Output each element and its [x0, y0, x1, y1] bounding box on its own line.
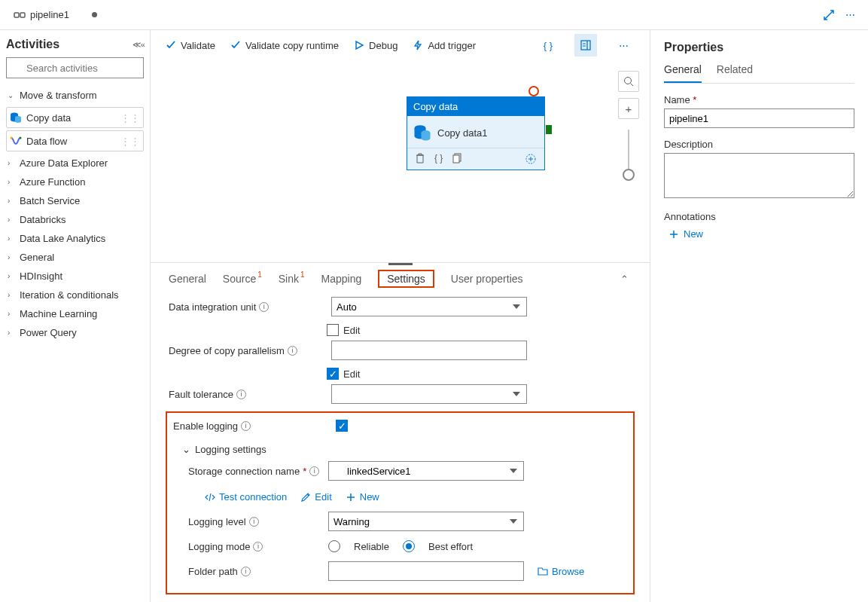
zoom-fit-button[interactable] [618, 71, 639, 92]
svg-rect-1 [20, 13, 25, 17]
fault-tolerance-select[interactable] [331, 384, 527, 404]
tab-user-properties[interactable]: User properties [451, 265, 523, 292]
group-power-query[interactable]: ›Power Query [6, 323, 144, 342]
unsaved-dot-icon [92, 12, 97, 17]
more-actions-button[interactable]: ⋯ [612, 34, 635, 57]
pipeline-tab-label: pipeline1 [30, 9, 69, 20]
chevron-right-icon: › [8, 310, 15, 318]
chevron-down-icon: ⌄ [8, 91, 15, 99]
logging-settings-toggle[interactable]: ⌄ Logging settings [167, 436, 633, 457]
tab-mapping[interactable]: Mapping [321, 265, 362, 292]
zoom-slider[interactable] [628, 130, 629, 175]
tab-source[interactable]: Source1 [223, 265, 262, 292]
validate-button[interactable]: Validate [166, 40, 215, 51]
more-icon[interactable]: ⋯ [839, 5, 860, 26]
check-icon [230, 40, 241, 50]
data-flow-icon [10, 135, 22, 147]
info-icon[interactable]: i [236, 390, 246, 399]
plus-icon [669, 229, 679, 240]
chevron-right-icon: › [8, 234, 15, 243]
group-databricks[interactable]: ›Databricks [6, 210, 144, 229]
plus-icon [346, 492, 356, 503]
folder-path-input[interactable] [328, 561, 524, 581]
copy-data-icon [413, 124, 431, 142]
folder-icon [538, 566, 548, 576]
copy-data-node[interactable]: Copy data Copy data1 { } [407, 96, 545, 170]
collapse-detail-icon[interactable]: ⌃ [620, 273, 632, 285]
pipeline-description-input[interactable] [664, 153, 854, 198]
play-icon [354, 40, 364, 50]
properties-toggle-button[interactable] [574, 34, 597, 57]
tab-sink[interactable]: Sink1 [279, 265, 305, 292]
group-machine-learning[interactable]: ›Machine Learning [6, 304, 144, 323]
diu-edit-checkbox[interactable] [327, 324, 339, 336]
diu-select[interactable]: Auto [331, 297, 527, 316]
logging-mode-best-effort-radio[interactable] [403, 540, 415, 552]
group-data-lake-analytics[interactable]: ›Data Lake Analytics [6, 229, 144, 248]
group-general[interactable]: ›General [6, 248, 144, 267]
new-annotation-button[interactable]: New [664, 225, 854, 243]
group-azure-function[interactable]: ›Azure Function [6, 173, 144, 191]
chevron-right-icon: › [8, 197, 15, 205]
validate-runtime-button[interactable]: Validate copy runtime [230, 40, 339, 51]
chevron-right-icon: › [8, 253, 15, 261]
edit-connection-button[interactable]: Edit [300, 491, 331, 503]
activities-title: Activities [6, 38, 59, 51]
edit-icon [300, 492, 311, 503]
expand-icon[interactable] [818, 5, 839, 26]
info-icon[interactable]: i [253, 542, 263, 552]
lightning-icon [413, 40, 423, 50]
dop-input[interactable] [331, 341, 527, 360]
logging-level-select[interactable]: Warning [328, 512, 524, 531]
storage-connection-select[interactable]: linkedService1 [328, 461, 524, 481]
logging-mode-reliable-radio[interactable] [328, 540, 340, 552]
copy-icon[interactable] [452, 153, 462, 163]
collapse-sidebar-icon[interactable]: ≪ « [132, 40, 144, 50]
pipeline-name-input[interactable] [664, 108, 854, 128]
add-action-icon[interactable] [525, 153, 537, 165]
group-hdinsight[interactable]: ›HDInsight [6, 267, 144, 286]
info-icon[interactable]: i [241, 421, 251, 431]
svg-rect-15 [453, 155, 459, 163]
group-iteration-conditionals[interactable]: ›Iteration & conditionals [6, 286, 144, 304]
info-icon[interactable]: i [249, 517, 259, 527]
debug-button[interactable]: Debug [354, 40, 397, 51]
activity-copy-data[interactable]: Copy data ⋮⋮ [6, 107, 144, 128]
node-title: Copy data1 [437, 127, 488, 139]
add-trigger-button[interactable]: Add trigger [413, 40, 476, 51]
info-icon[interactable]: i [259, 302, 269, 312]
group-azure-data-explorer[interactable]: ›Azure Data Explorer [6, 154, 144, 173]
node-output-port[interactable] [546, 125, 552, 134]
group-batch-service[interactable]: ›Batch Service [6, 191, 144, 210]
new-connection-button[interactable]: New [346, 491, 379, 503]
test-connection-button[interactable]: Test connection [205, 491, 287, 503]
info-icon[interactable]: i [309, 466, 319, 476]
delete-icon[interactable] [415, 153, 425, 163]
json-code-button[interactable]: { } [537, 34, 559, 57]
enable-logging-checkbox[interactable]: ✓ [336, 420, 348, 432]
activities-search-input[interactable] [6, 57, 144, 78]
browse-button[interactable]: Browse [538, 566, 584, 577]
info-icon[interactable]: i [241, 567, 251, 576]
code-icon[interactable]: { } [434, 153, 443, 165]
properties-tab-general[interactable]: General [664, 63, 702, 83]
group-move-transform[interactable]: ⌄ Move & transform [6, 86, 144, 105]
properties-title: Properties [664, 41, 854, 54]
tab-settings[interactable]: Settings [378, 270, 434, 288]
drag-grip-icon: ⋮⋮ [120, 136, 140, 147]
properties-icon [580, 39, 592, 51]
dop-edit-checkbox[interactable]: ✓ [327, 368, 339, 380]
activity-data-flow[interactable]: Data flow ⋮⋮ [6, 130, 144, 151]
info-icon[interactable]: i [288, 346, 297, 356]
properties-tab-related[interactable]: Related [717, 63, 753, 83]
svg-point-17 [625, 78, 632, 84]
svg-rect-0 [14, 13, 19, 17]
zoom-in-button[interactable]: + [618, 98, 639, 119]
tab-general[interactable]: General [169, 265, 206, 292]
chevron-right-icon: › [8, 178, 15, 186]
node-header: Copy data [407, 97, 544, 116]
chevron-right-icon: › [8, 215, 15, 224]
pipeline-icon [14, 9, 26, 21]
pipeline-tab[interactable]: pipeline1 [8, 9, 103, 21]
svg-rect-8 [581, 41, 590, 50]
